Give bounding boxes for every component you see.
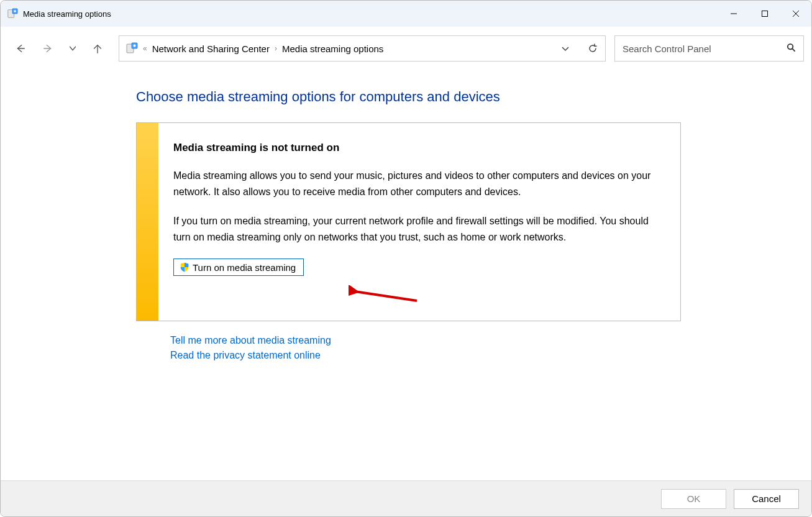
privacy-statement-link[interactable]: Read the privacy statement online	[170, 350, 681, 361]
svg-point-12	[134, 45, 136, 47]
turn-on-button-label: Turn on media streaming	[193, 262, 296, 273]
up-button[interactable]	[85, 35, 110, 62]
refresh-button[interactable]	[580, 36, 605, 61]
uac-shield-icon	[179, 262, 190, 273]
info-title: Media streaming is not turned on	[173, 142, 665, 154]
tell-me-more-link[interactable]: Tell me more about media streaming	[170, 335, 681, 346]
search-icon[interactable]	[787, 43, 796, 54]
address-bar[interactable]: « Network and Sharing Center › Media str…	[119, 35, 606, 62]
page-heading: Choose media streaming options for compu…	[136, 89, 681, 105]
window-title: Media streaming options	[23, 9, 111, 19]
control-panel-icon	[125, 42, 138, 55]
close-button[interactable]	[780, 1, 811, 27]
info-panel: Media streaming is not turned on Media s…	[136, 122, 681, 321]
navigation-toolbar: « Network and Sharing Center › Media str…	[1, 27, 811, 70]
info-paragraph-1: Media streaming allows you to send your …	[173, 168, 665, 199]
breadcrumb-prev-icon: «	[143, 44, 147, 53]
minimize-button[interactable]	[718, 1, 749, 27]
footer-bar: OK Cancel	[1, 480, 811, 516]
breadcrumb-separator-icon: ›	[275, 44, 277, 53]
recent-locations-button[interactable]	[63, 35, 83, 62]
address-dropdown-button[interactable]	[553, 36, 578, 61]
titlebar: Media streaming options	[1, 1, 811, 27]
cancel-button[interactable]: Cancel	[734, 489, 799, 509]
turn-on-media-streaming-button[interactable]: Turn on media streaming	[173, 258, 304, 276]
main-content: Choose media streaming options for compu…	[1, 70, 811, 361]
ok-button[interactable]: OK	[661, 489, 726, 509]
svg-line-14	[792, 48, 795, 51]
forward-button[interactable]	[35, 35, 60, 62]
app-icon	[7, 8, 18, 19]
search-box[interactable]	[614, 35, 804, 62]
breadcrumb-network-sharing[interactable]: Network and Sharing Center	[152, 43, 270, 54]
breadcrumb-media-streaming[interactable]: Media streaming options	[282, 43, 383, 54]
info-accent-bar	[137, 123, 158, 321]
maximize-button[interactable]	[749, 1, 780, 27]
svg-point-2	[14, 10, 16, 12]
search-input[interactable]	[623, 43, 778, 54]
back-button[interactable]	[8, 35, 33, 62]
info-paragraph-2: If you turn on media streaming, your cur…	[173, 213, 665, 245]
svg-rect-4	[762, 11, 768, 17]
